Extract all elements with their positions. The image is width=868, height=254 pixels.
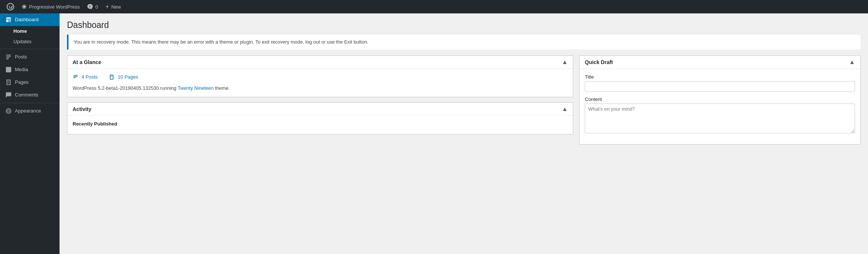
sidebar-posts-label: Posts: [15, 54, 27, 60]
sidebar-item-dashboard[interactable]: Dashboard: [0, 13, 60, 26]
site-name-button[interactable]: Progressive WordPress: [18, 0, 83, 13]
quick-draft-widget: Quick Draft ▲ Title Content: [579, 55, 861, 145]
sidebar-item-updates[interactable]: Updates: [0, 36, 60, 47]
activity-widget: Activity ▲ Recently Published: [67, 102, 573, 134]
sidebar-media-label: Media: [15, 66, 28, 73]
menu-separator-1: [0, 49, 60, 49]
wp-logo-button[interactable]: [3, 0, 18, 13]
at-a-glance-widget: At a Glance ▲ 4 Posts: [67, 55, 573, 98]
quick-draft-content-field: Content: [585, 96, 855, 134]
quick-draft-content-input[interactable]: [585, 104, 855, 133]
glance-description-suffix: theme.: [214, 85, 230, 91]
admin-menu: Dashboard Home Updates Posts Media Pages: [0, 13, 60, 254]
dashboard-col-right: Quick Draft ▲ Title Content: [579, 55, 861, 145]
glance-counts: 4 Posts 10 Pages: [73, 74, 568, 80]
sidebar-appearance-label: Appearance: [15, 108, 41, 114]
recovery-notice: You are in recovery mode. This means the…: [67, 35, 861, 50]
sidebar-item-media[interactable]: Media: [0, 63, 60, 76]
dashboard-col-left: At a Glance ▲ 4 Posts: [67, 55, 573, 145]
glance-posts-count: 4 Posts: [82, 74, 98, 80]
quick-draft-content-label: Content: [585, 96, 855, 102]
quick-draft-header[interactable]: Quick Draft ▲: [580, 56, 860, 69]
quick-draft-toggle[interactable]: ▲: [849, 59, 855, 66]
sidebar-item-home[interactable]: Home: [0, 26, 60, 36]
sidebar-comments-label: Comments: [15, 92, 38, 98]
new-label: New: [111, 4, 121, 10]
sidebar-item-posts[interactable]: Posts: [0, 51, 60, 63]
glance-description: WordPress 5.2-beta1-20190405.132530 runn…: [73, 85, 568, 92]
sidebar-item-pages[interactable]: Pages: [0, 76, 60, 89]
dashboard-columns: At a Glance ▲ 4 Posts: [67, 55, 861, 145]
activity-title: Activity: [73, 106, 92, 112]
at-a-glance-header[interactable]: At a Glance ▲: [67, 56, 573, 69]
glance-theme-link[interactable]: Twenty Nineteen: [178, 85, 214, 91]
quick-draft-title-input[interactable]: [585, 81, 855, 92]
activity-content: Recently Published: [67, 116, 573, 134]
at-a-glance-toggle[interactable]: ▲: [562, 59, 568, 66]
activity-toggle[interactable]: ▲: [562, 106, 568, 112]
quick-draft-title: Quick Draft: [585, 59, 613, 65]
menu-separator-2: [0, 103, 60, 103]
sidebar-item-appearance[interactable]: Appearance: [0, 105, 60, 117]
comments-count: 0: [95, 4, 98, 10]
glance-pages[interactable]: 10 Pages: [109, 74, 138, 80]
comments-button[interactable]: 0: [83, 0, 102, 13]
recently-published-section: Recently Published: [73, 121, 568, 127]
quick-draft-content: Title Content: [580, 69, 860, 144]
recently-published-label: Recently Published: [73, 121, 568, 127]
main-content: Dashboard You are in recovery mode. This…: [60, 13, 868, 254]
home-label: Home: [13, 28, 27, 35]
site-name-label: Progressive WordPress: [29, 4, 80, 10]
new-content-button[interactable]: + New: [102, 0, 125, 13]
glance-posts[interactable]: 4 Posts: [73, 74, 98, 80]
admin-bar: Progressive WordPress 0 + New: [0, 0, 868, 13]
glance-description-prefix: WordPress 5.2-beta1-20190405.132530 runn…: [73, 85, 178, 91]
at-a-glance-title: At a Glance: [73, 59, 101, 65]
wp-layout: Dashboard Home Updates Posts Media Pages: [0, 13, 868, 254]
page-title: Dashboard: [67, 20, 861, 30]
sidebar-pages-label: Pages: [15, 79, 29, 86]
updates-label: Updates: [13, 38, 31, 45]
glance-pages-count: 10 Pages: [118, 74, 138, 80]
quick-draft-title-field: Title: [585, 74, 855, 92]
at-a-glance-content: 4 Posts 10 Pages WordPress: [67, 69, 573, 97]
recovery-notice-text: You are in recovery mode. This means the…: [74, 39, 368, 45]
quick-draft-title-label: Title: [585, 74, 855, 80]
sidebar-dashboard-label: Dashboard: [15, 16, 39, 23]
new-icon: +: [106, 3, 109, 10]
sidebar-item-comments[interactable]: Comments: [0, 89, 60, 101]
activity-header[interactable]: Activity ▲: [67, 103, 573, 116]
